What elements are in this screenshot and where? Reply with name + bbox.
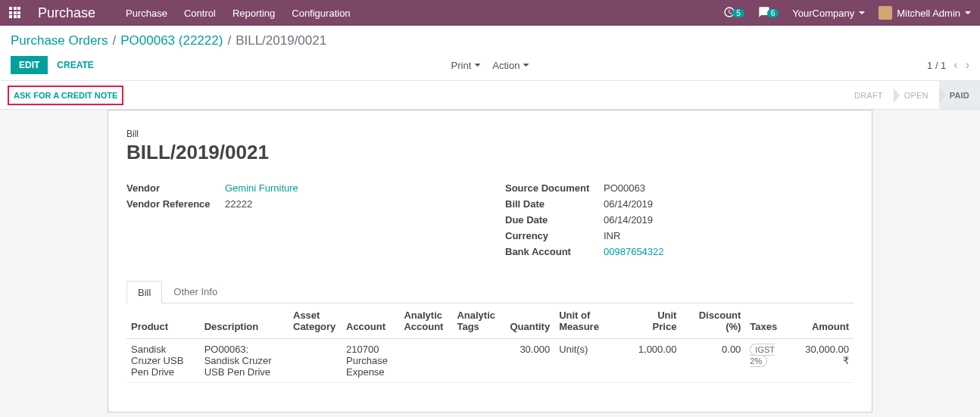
- tab-bill[interactable]: Bill: [126, 281, 162, 303]
- status-draft[interactable]: DRAFT: [844, 81, 894, 109]
- activities-badge: 5: [732, 9, 744, 17]
- vendor-label: Vendor: [126, 182, 225, 194]
- caret-down-icon: [523, 64, 529, 67]
- bill-date-label: Bill Date: [505, 198, 604, 210]
- messaging-button[interactable]: 6: [758, 6, 779, 20]
- pager: 1 / 1 ‹ ›: [927, 58, 969, 72]
- due-date-value: 06/14/2019: [604, 214, 653, 226]
- tax-tag: IGST 2%: [750, 344, 775, 367]
- currency-label: Currency: [505, 230, 604, 241]
- top-nav: Purchase Purchase Control Reporting Conf…: [0, 0, 980, 26]
- cell-account: 210700 Purchase Expense: [342, 339, 399, 383]
- cell-asset: [289, 339, 342, 383]
- col-unit-price: Unit Price: [628, 303, 681, 339]
- cell-uom: Unit(s): [554, 339, 628, 383]
- breadcrumb-po[interactable]: PO00063 (22222): [120, 33, 223, 48]
- credit-note-button[interactable]: ASK FOR A CREDIT NOTE: [8, 86, 123, 105]
- lines-table: Product Description Asset Category Accou…: [126, 303, 854, 383]
- caret-down-icon: [859, 11, 865, 14]
- status-paid[interactable]: PAID: [939, 81, 980, 109]
- company-name: YourCompany: [792, 8, 854, 19]
- cell-quantity: 30.000: [505, 339, 554, 383]
- col-quantity: Quantity: [505, 303, 554, 339]
- pager-count: 1 / 1: [927, 60, 946, 71]
- cell-analytic-tags: [452, 339, 505, 383]
- messaging-badge: 6: [767, 9, 779, 17]
- source-doc-value: PO00063: [604, 182, 645, 194]
- user-name: Mitchell Admin: [897, 8, 960, 19]
- action-dropdown[interactable]: Action: [492, 60, 529, 71]
- menu-reporting[interactable]: Reporting: [233, 8, 275, 19]
- bill-date-value: 06/14/2019: [604, 198, 653, 210]
- create-button[interactable]: CREATE: [57, 60, 93, 70]
- cell-unit-price: 1,000.00: [628, 339, 681, 383]
- breadcrumb-root[interactable]: Purchase Orders: [11, 33, 108, 48]
- col-analytic-account: Analytic Account: [399, 303, 452, 339]
- col-analytic-tags: Analytic Tags: [452, 303, 505, 339]
- col-account: Account: [342, 303, 399, 339]
- cell-taxes: IGST 2%: [745, 339, 794, 383]
- vendor-ref-label: Vendor Reference: [126, 198, 225, 210]
- tabs: Bill Other Info: [126, 280, 854, 303]
- col-uom: Unit of Measure: [554, 303, 628, 339]
- source-doc-label: Source Document: [505, 182, 604, 194]
- status-open[interactable]: OPEN: [894, 81, 939, 109]
- pager-next[interactable]: ›: [966, 58, 969, 72]
- action-label: Action: [492, 60, 520, 71]
- caret-down-icon: [965, 11, 971, 14]
- col-amount: Amount: [794, 303, 854, 339]
- breadcrumb: Purchase Orders / PO00063 (22222) / BILL…: [0, 26, 980, 51]
- user-menu[interactable]: Mitchell Admin: [879, 6, 971, 20]
- col-discount: Discount (%): [681, 303, 745, 339]
- status-bar: ASK FOR A CREDIT NOTE DRAFT OPEN PAID: [0, 81, 980, 110]
- col-product: Product: [126, 303, 200, 339]
- vendor-ref-value: 22222: [225, 198, 252, 210]
- print-label: Print: [451, 60, 472, 71]
- form-sheet: Bill BILL/2019/0021 Vendor Gemini Furnit…: [108, 110, 872, 412]
- tab-other-info[interactable]: Other Info: [162, 280, 229, 303]
- bank-account-label: Bank Account: [505, 246, 604, 257]
- currency-value: INR: [604, 230, 620, 241]
- control-bar: EDIT CREATE Print Action 1 / 1 ‹ ›: [0, 51, 980, 81]
- app-title: Purchase: [38, 5, 95, 21]
- cell-product: Sandisk Cruzer USB Pen Drive: [126, 339, 200, 383]
- table-row[interactable]: Sandisk Cruzer USB Pen Drive PO00063: Sa…: [126, 339, 854, 383]
- cell-description: PO00063: Sandisk Cruzer USB Pen Drive: [200, 339, 289, 383]
- menu-purchase[interactable]: Purchase: [126, 8, 167, 19]
- cell-discount: 0.00: [681, 339, 745, 383]
- bank-account-value[interactable]: 00987654322: [604, 246, 664, 257]
- print-dropdown[interactable]: Print: [451, 60, 481, 71]
- breadcrumb-current: BILL/2019/0021: [236, 33, 326, 48]
- company-selector[interactable]: YourCompany: [792, 8, 865, 19]
- doc-type: Bill: [126, 129, 854, 139]
- col-asset: Asset Category: [289, 303, 342, 339]
- col-description: Description: [200, 303, 289, 339]
- activities-button[interactable]: 5: [723, 6, 744, 20]
- due-date-label: Due Date: [505, 214, 604, 226]
- cell-amount: 30,000.00 ₹: [794, 339, 854, 383]
- vendor-value[interactable]: Gemini Furniture: [225, 182, 298, 194]
- caret-down-icon: [474, 64, 480, 67]
- avatar: [879, 6, 892, 20]
- pager-prev[interactable]: ‹: [953, 58, 957, 72]
- menu-control[interactable]: Control: [184, 8, 216, 19]
- doc-title: BILL/2019/0021: [126, 141, 854, 164]
- edit-button[interactable]: EDIT: [11, 56, 48, 74]
- menu-configuration[interactable]: Configuration: [292, 8, 350, 19]
- col-taxes: Taxes: [745, 303, 794, 339]
- apps-icon[interactable]: [9, 7, 21, 19]
- cell-analytic-account: [399, 339, 452, 383]
